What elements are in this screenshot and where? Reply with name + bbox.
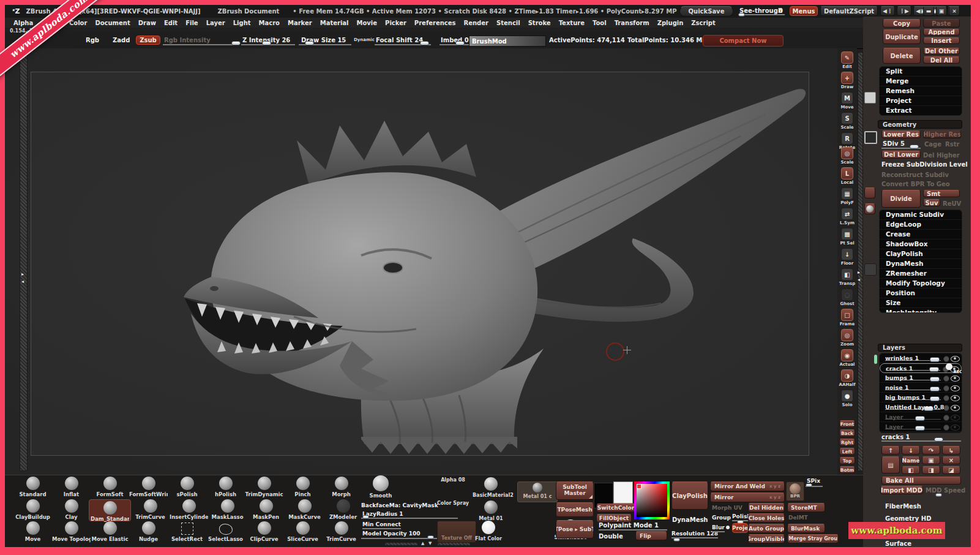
tray-arrow-left-icon[interactable]: ◂ [858,277,860,282]
layer-corner-button[interactable]: ◪ [942,466,960,474]
brush-item[interactable]: Nudge [129,521,168,543]
del-all-button[interactable]: Del All [923,56,960,64]
layer-detail-track[interactable] [881,440,961,442]
layers-section-header[interactable]: Layers [878,344,962,352]
panel-arrow-button[interactable]: ◀⋮ [880,6,895,16]
layer-intensity-thumb[interactable] [929,367,939,372]
shelf-tool[interactable]: S Scale [837,112,857,130]
layer-visibility-eye-icon[interactable] [951,395,960,401]
brush-item[interactable]: Morph [322,477,361,499]
del-higher-button[interactable]: Del Higher [923,152,960,159]
defaultzscript-button[interactable]: DefaultZScript [820,6,878,16]
brush-item[interactable]: sPolish [168,477,206,499]
higher-res-button[interactable]: Higher Res [923,130,961,138]
shelf-tool[interactable]: ▦ PolyF [837,187,857,205]
view-button[interactable]: Botm [839,466,855,474]
layer-visibility-eye-icon[interactable] [951,376,960,382]
secondary-color-swatch[interactable] [613,481,633,504]
brush-item[interactable]: MaskCurve [285,499,324,521]
material-basicmaterial2[interactable]: BasicMaterial2 [473,477,509,498]
surface-section[interactable]: Surface [885,540,911,547]
double-toggle[interactable]: Double [599,533,623,540]
brush-item[interactable]: Clay [52,499,91,521]
flip-button[interactable]: Flip [635,531,667,540]
panel-list-item[interactable]: EdgeLoop [880,220,962,230]
rgb-intensity-track[interactable] [163,44,239,45]
smooth-brush[interactable]: Smooth [362,475,399,499]
menus-button[interactable]: Menus [790,6,818,16]
panel-list-item[interactable]: Crease [880,230,962,240]
dragon-sculpt[interactable] [31,72,808,455]
bottom-scrollbar-left[interactable] [384,542,418,546]
left-strip-arrow-left-icon[interactable]: ◂ [21,279,24,284]
clipped-palette-icon[interactable] [864,92,876,104]
brush-item[interactable]: FormSoftWrinkl [129,477,168,499]
layer-redo-button[interactable]: ↷ [922,446,940,455]
duplicate-button[interactable]: Duplicate [883,29,921,44]
panel-list-item[interactable]: Modify Topology [880,279,962,289]
panel-list-item[interactable]: Position [880,289,962,298]
brush-item[interactable]: hPolish [206,477,245,499]
dynamic-label[interactable]: Dynamic [354,37,375,42]
menu-item[interactable]: Alpha [13,20,33,26]
lazy-radius-thumb[interactable] [362,515,369,519]
layer-down-button[interactable]: ↓ [902,446,920,455]
lower-res-button[interactable]: Lower Res [881,130,921,138]
shelf-tool[interactable]: □ Frame [837,309,857,327]
menu-item[interactable]: Material [320,20,349,26]
layer-mode-button[interactable] [943,405,949,411]
clipped-palette-icon[interactable] [864,187,875,198]
copy-button[interactable]: Copy [883,19,921,28]
stroke-selector[interactable]: Color Spray [436,500,470,506]
layer-intensity-thumb[interactable] [915,426,925,431]
menu-item[interactable]: Document [95,20,130,26]
layer-row[interactable]: Layer [880,422,962,432]
panel-section-title[interactable] [885,318,965,330]
panel-list-item[interactable]: ShadowBox [880,240,962,249]
shelf-tool[interactable]: ◌ Ghost [837,289,857,306]
reconstruct-subdiv-button[interactable]: Reconstruct Subdiv [881,172,949,178]
layer-visibility-eye-icon[interactable] [951,385,960,391]
brush-item[interactable]: Move [13,521,52,543]
layer-row[interactable]: cracks 1 REC [880,363,962,373]
model-opacity-thumb[interactable] [427,535,434,539]
clipped-palette-icon[interactable] [864,203,875,214]
morph-uv-button[interactable]: Morph UV [712,505,742,511]
menu-item[interactable]: Preferences [414,20,456,26]
focal-shift-slider[interactable]: Focal Shift 24 [376,37,423,43]
merge-stray-button[interactable]: Merge Stray Grou [787,534,839,543]
panel-list-item[interactable]: Merge [880,77,962,86]
menu-item[interactable]: Zscript [691,20,715,26]
layer-mode-button[interactable] [943,415,949,421]
compact-now-button[interactable]: Compact Now [703,35,784,47]
blurmask-button[interactable]: BlurMask [787,524,825,533]
view-button[interactable]: Rght [839,439,855,446]
shelf-tool[interactable]: M Move [837,92,857,110]
panel-list-item[interactable]: Size [880,298,962,308]
layer-intensity-thumb[interactable] [915,416,925,421]
window-control-button[interactable]: ▬ [923,6,934,16]
scroll-up-icon[interactable]: ▲ [421,541,424,546]
smt-button[interactable]: Smt [923,190,960,197]
zadd-button[interactable]: Zadd [113,37,130,43]
layer-row[interactable]: noise 1 [880,383,962,393]
del-other-button[interactable]: Del Other [923,48,960,55]
min-connect[interactable]: Min Connect [362,521,401,529]
layer-intensity-thumb[interactable] [930,387,940,391]
brush-item[interactable]: FormSoft [91,477,129,499]
rstr-button[interactable]: Rstr [945,141,959,148]
color-picker[interactable] [634,481,670,519]
brush-item[interactable]: ZModeler [324,499,362,521]
shelf-tool[interactable]: ↓ Floor [837,248,857,266]
brush-item[interactable]: TrimCurve [322,521,361,543]
imbed-thumb[interactable] [455,41,465,45]
groupvisible-button[interactable]: GroupVisible [748,534,785,543]
mirror-and-weld-button[interactable]: Mirror And Weld x y z [710,481,785,491]
import-mdd-button[interactable]: Import MDD [880,486,923,494]
zsub-button[interactable]: Zsub [136,36,160,45]
brush-item[interactable]: Dam_Standard [89,499,131,521]
bake-all-button[interactable]: Bake All [881,477,961,485]
brush-item[interactable]: ClayBuildup [13,499,52,521]
polypaint-mode[interactable]: Polypaint Mode 1 [599,522,667,530]
menu-item[interactable]: Movie [357,20,378,26]
